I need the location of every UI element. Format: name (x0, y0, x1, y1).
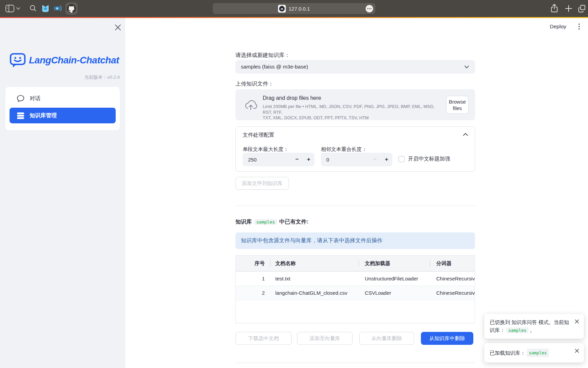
toast-text-suffix: 。 (530, 327, 535, 333)
chunk-size-label: 单段文本最大长度： (243, 146, 289, 153)
dropzone-limit-line2: TXT, XML, DOCX, EPUB, ODT, PPT, PPTX, TS… (263, 115, 436, 121)
address-bar[interactable]: 127.0.0.1 (213, 3, 375, 14)
close-icon (575, 319, 579, 324)
sidebar-item-knowledge-base[interactable]: 知识库管理 (10, 108, 116, 123)
table-header-index: 序号 (236, 260, 270, 267)
browse-files-button[interactable]: Browse files (446, 96, 469, 114)
chat-bubble-icon (17, 95, 24, 102)
cell-index: 2 (236, 290, 270, 296)
toast-kb-code-chip: samples (506, 327, 528, 333)
sidebar-item-dialogue[interactable]: 对话 (10, 90, 116, 107)
overlap-input[interactable]: 0 − + (321, 153, 392, 166)
chevron-up-icon[interactable] (463, 133, 468, 136)
expander-title[interactable]: 文件处理配置 (243, 132, 274, 139)
cell-index: 1 (236, 276, 270, 281)
app-header-actions: Deploy (550, 22, 583, 31)
site-favicon (278, 5, 286, 13)
add-files-to-kb-button[interactable]: 添加文件到知识库 (235, 177, 289, 190)
kb-files-heading-prefix: 知识库 (235, 218, 252, 226)
divider (235, 205, 475, 206)
table-header-loader: 文档加载器 (359, 260, 430, 267)
chunk-size-input[interactable]: 250 − + (243, 153, 314, 166)
page-more-button[interactable] (365, 5, 373, 14)
kb-files-table[interactable]: 序号 文档名称 文档加载器 分词器 1 test.txt Unstructure… (235, 255, 475, 323)
kb-files-heading: 知识库 samples 中已有文件: (235, 218, 308, 226)
table-header-splitter: 分词器 (430, 260, 475, 267)
table-row[interactable]: 1 test.txt UnstructuredFileLoader Chines… (236, 272, 475, 286)
upload-label: 上传知识文件： (235, 80, 274, 88)
download-selected-button[interactable]: 下载选中文档 (235, 332, 292, 345)
tab-overview-icon[interactable] (578, 4, 586, 13)
toast-kb-code-chip: samples (527, 349, 549, 357)
checkbox-label: 开启中文标题加强 (408, 155, 450, 163)
cloud-upload-icon (244, 98, 258, 111)
sidebar-toggle-icon[interactable] (5, 5, 14, 12)
info-banner: 知识库中包含源文件与向量库，请从下表中选择文件后操作 (235, 232, 475, 249)
kebab-menu-icon (578, 24, 580, 30)
file-config-expander: 文件处理配置 单段文本最大长度： 250 − + 相邻文本重合长度： 0 − +… (235, 126, 475, 172)
favorite-tab-icon-blue-circles[interactable] (53, 4, 62, 13)
checkbox-box (398, 156, 405, 162)
chunk-size-decrement-button[interactable]: − (291, 156, 303, 163)
version-info: 当前版本：v0.2.4 (84, 74, 120, 80)
kb-select-value: samples (faiss @ m3e-base) (241, 64, 464, 70)
table-actions: 下载选中文档 添加至向量库 从向量库删除 从知识库中删除 (235, 332, 473, 345)
file-dropzone[interactable]: Drag and drop files here Limit 200MB per… (235, 89, 475, 120)
dropzone-limit-line1: Limit 200MB per file • HTML, MD, JSON, C… (263, 104, 436, 115)
app-body: LangChain-Chatchat 当前版本：v0.2.4 对话 (0, 18, 588, 368)
sidebar-nav: 对话 知识库管理 (5, 87, 120, 130)
delete-from-vector-store-button[interactable]: 从向量库删除 (359, 332, 414, 345)
screen: 127.0.0.1 (0, 0, 588, 368)
sidebar-close-button[interactable] (114, 23, 122, 31)
github-tab-button[interactable] (65, 2, 78, 15)
knowledge-base-icon (17, 112, 24, 119)
sidebar-item-label: 知识库管理 (30, 112, 57, 119)
deploy-button[interactable]: Deploy (550, 24, 566, 30)
close-icon (575, 349, 579, 353)
divider (235, 363, 475, 363)
add-to-vector-store-button[interactable]: 添加至向量库 (297, 332, 353, 345)
toast-close-button[interactable] (573, 347, 581, 354)
chevron-down-icon (464, 65, 469, 68)
kb-name-code-chip: samples (254, 219, 277, 225)
column-separator (270, 260, 271, 267)
browser-toolbar: 127.0.0.1 (0, 0, 588, 17)
chunk-size-value: 250 (243, 157, 291, 163)
cell-name: test.txt (270, 276, 359, 281)
favorite-tab-icon-blue-bookmark[interactable] (41, 4, 50, 13)
toast-text: 已加载知识库： (490, 349, 525, 357)
dropzone-title: Drag and drop files here (263, 95, 321, 101)
cell-name: langchain-ChatGLM_closed.csv (270, 290, 359, 296)
search-icon[interactable] (29, 4, 37, 12)
chatchat-logo-icon (10, 52, 26, 68)
version-value: v0.2.4 (107, 75, 120, 80)
main-menu-button[interactable] (575, 22, 583, 31)
overlap-decrement-button[interactable]: − (369, 156, 381, 163)
share-icon[interactable] (551, 4, 558, 13)
app-logo-text: LangChain-Chatchat (29, 55, 119, 66)
sidebar: LangChain-Chatchat 当前版本：v0.2.4 对话 (0, 18, 125, 368)
delete-from-kb-button[interactable]: 从知识库中删除 (421, 332, 473, 345)
toast-text: 已切换到 知识库问答 模式。当前知识库： (490, 319, 569, 333)
close-icon (115, 24, 121, 31)
toast-close-button[interactable] (573, 318, 581, 325)
github-icon (67, 4, 76, 13)
toast-mode-switched: 已切换到 知识库问答 模式。当前知识库：samples。 (484, 314, 584, 339)
table-header-row: 序号 文档名称 文档加载器 分词器 (236, 256, 475, 272)
column-separator (359, 260, 359, 267)
table-row[interactable]: 2 langchain-ChatGLM_closed.csv CSVLoader… (236, 286, 475, 300)
sidebar-item-label: 对话 (30, 95, 40, 102)
chevron-down-icon[interactable] (16, 7, 20, 10)
overlap-increment-button[interactable]: + (381, 156, 392, 163)
zh-title-enhance-checkbox[interactable]: 开启中文标题加强 (398, 155, 450, 163)
overlap-label: 相邻文本重合长度： (321, 146, 367, 153)
cell-loader: UnstructuredFileLoader (359, 276, 430, 281)
chunk-size-increment-button[interactable]: + (303, 156, 314, 163)
dropzone-limits: Limit 200MB per file • HTML, MD, JSON, C… (263, 104, 436, 121)
cell-splitter: ChineseRecursiveT (430, 290, 475, 296)
kb-select[interactable]: samples (faiss @ m3e-base) (235, 60, 475, 74)
kb-files-heading-suffix: 中已有文件: (279, 218, 308, 226)
overlap-value: 0 (321, 157, 369, 163)
new-tab-icon[interactable] (565, 5, 572, 12)
table-header-name: 文档名称 (270, 260, 359, 267)
